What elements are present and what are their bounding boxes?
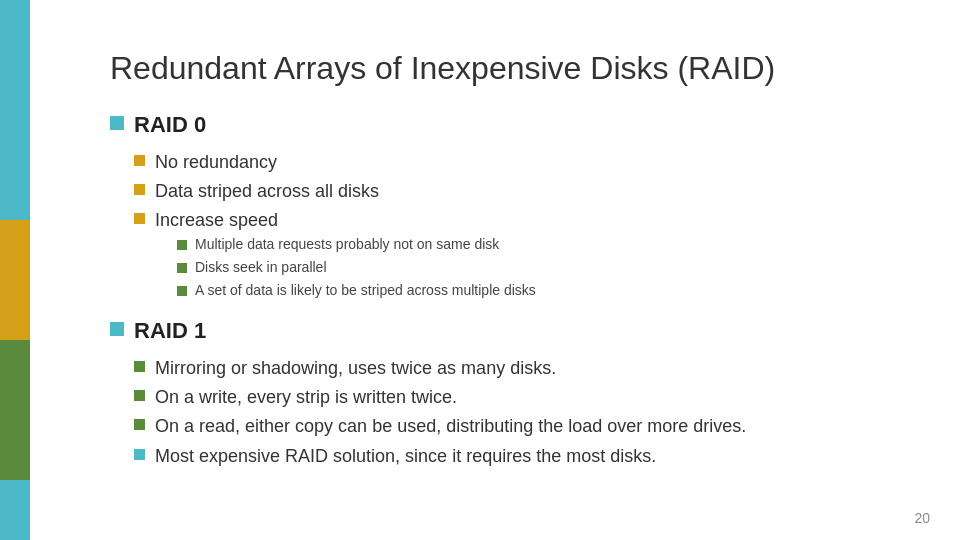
raid0-sub2-sub2-marker xyxy=(177,286,187,296)
raid1-sub2-marker xyxy=(134,419,145,430)
raid0-sub1-marker xyxy=(134,184,145,195)
raid0-marker xyxy=(110,116,124,130)
page-number: 20 xyxy=(914,510,930,526)
raid0-sub2-sub0-text: Multiple data requests probably not on s… xyxy=(195,235,499,255)
raid0-sub2-sub2-text: A set of data is likely to be striped ac… xyxy=(195,281,536,301)
raid0-sub0-text: No redundancy xyxy=(155,150,277,174)
raid1-sub0: Mirroring or shadowing, uses twice as ma… xyxy=(134,356,880,380)
raid0-sub2-sub0-marker xyxy=(177,240,187,250)
raid1-sub3-marker xyxy=(134,449,145,460)
raid0-sub2-subbullets: Multiple data requests probably not on s… xyxy=(177,235,536,300)
raid0-sub2-sub1-marker xyxy=(177,263,187,273)
bar-teal-top xyxy=(0,0,30,220)
raid0-sub1: Data striped across all disks xyxy=(134,179,880,203)
raid1-subbullets: Mirroring or shadowing, uses twice as ma… xyxy=(134,356,880,468)
raid0-sub1-text: Data striped across all disks xyxy=(155,179,379,203)
raid0-section: RAID 0 No redundancy Data striped across… xyxy=(110,111,880,303)
left-color-bar xyxy=(0,0,30,540)
raid0-sub2-marker xyxy=(134,213,145,224)
raid1-marker xyxy=(110,322,124,336)
raid1-sub0-marker xyxy=(134,361,145,372)
raid0-sub2-sub0: Multiple data requests probably not on s… xyxy=(177,235,536,255)
raid0-sub0: No redundancy xyxy=(134,150,880,174)
raid0-header: RAID 0 xyxy=(110,111,880,140)
raid0-sub2-text: Increase speed xyxy=(155,210,278,230)
raid1-sub2-text: On a read, either copy can be used, dist… xyxy=(155,414,746,438)
raid1-header: RAID 1 xyxy=(110,317,880,346)
raid1-sub3: Most expensive RAID solution, since it r… xyxy=(134,444,880,468)
raid0-sub2: Increase speed Multiple data requests pr… xyxy=(134,208,880,303)
raid1-sub0-text: Mirroring or shadowing, uses twice as ma… xyxy=(155,356,556,380)
raid0-subbullets: No redundancy Data striped across all di… xyxy=(134,150,880,304)
raid1-section: RAID 1 Mirroring or shadowing, uses twic… xyxy=(110,317,880,468)
slide: Redundant Arrays of Inexpensive Disks (R… xyxy=(0,0,960,540)
bar-green xyxy=(0,340,30,480)
slide-title: Redundant Arrays of Inexpensive Disks (R… xyxy=(110,50,880,87)
raid0-sub2-sub2: A set of data is likely to be striped ac… xyxy=(177,281,536,301)
raid0-sub2-sub1: Disks seek in parallel xyxy=(177,258,536,278)
bar-gold xyxy=(0,220,30,340)
raid0-sub2-content: Increase speed Multiple data requests pr… xyxy=(155,208,536,303)
raid0-label: RAID 0 xyxy=(134,111,206,140)
raid1-sub1-marker xyxy=(134,390,145,401)
slide-content: Redundant Arrays of Inexpensive Disks (R… xyxy=(80,30,910,500)
raid1-sub2: On a read, either copy can be used, dist… xyxy=(134,414,880,438)
raid1-sub1: On a write, every strip is written twice… xyxy=(134,385,880,409)
raid1-sub3-text: Most expensive RAID solution, since it r… xyxy=(155,444,656,468)
raid0-sub2-sub1-text: Disks seek in parallel xyxy=(195,258,327,278)
raid1-label: RAID 1 xyxy=(134,317,206,346)
raid1-sub1-text: On a write, every strip is written twice… xyxy=(155,385,457,409)
bar-teal-bottom xyxy=(0,480,30,540)
raid0-sub0-marker xyxy=(134,155,145,166)
